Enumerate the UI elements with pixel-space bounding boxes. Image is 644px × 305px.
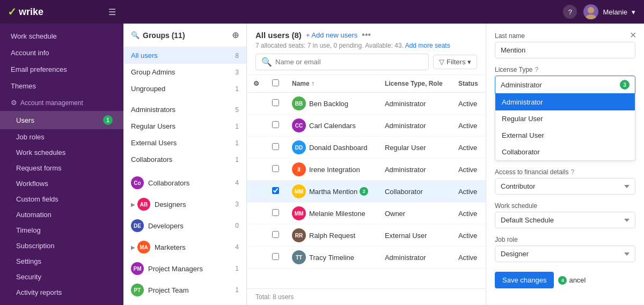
table-row[interactable]: CC Carl Calendars Administrator Active: [247, 115, 486, 137]
group-reviewers[interactable]: Re Reviewers 1: [123, 301, 246, 305]
sidebar-item-activity-reports[interactable]: Activity reports: [0, 285, 123, 300]
close-icon[interactable]: ✕: [630, 30, 636, 40]
user-menu[interactable]: Melanie ▾: [583, 4, 635, 19]
group-external-users[interactable]: External Users 1: [123, 135, 246, 151]
add-group-icon[interactable]: ⊕: [232, 30, 239, 40]
hamburger-icon[interactable]: ☰: [108, 7, 116, 17]
group-count: 1: [235, 123, 239, 130]
group-developers[interactable]: DE Developers 0: [123, 215, 246, 236]
sidebar-item-work-schedule[interactable]: Work schedule: [0, 28, 123, 44]
group-marketers[interactable]: ▶ MA Marketers 4: [123, 236, 246, 258]
group-project-team[interactable]: PT Project Team 1: [123, 279, 246, 301]
group-label: Project Managers: [148, 265, 203, 273]
table-row[interactable]: BB Ben Backlog Administrator Active: [247, 93, 486, 115]
license-option-administrator[interactable]: Administrator: [495, 94, 635, 110]
license-option-collaborator[interactable]: Collaborator: [495, 144, 635, 160]
more-options-icon[interactable]: •••: [362, 30, 371, 40]
sidebar-item-timelog[interactable]: Timelog: [0, 222, 123, 238]
group-avatar: MA: [137, 241, 150, 254]
filters-button[interactable]: ▽ Filters ▾: [433, 55, 477, 69]
row-check[interactable]: [266, 159, 286, 181]
row-checkbox[interactable]: [272, 231, 279, 238]
user-name-text: Irene Integration: [309, 166, 360, 174]
sidebar-item-subscription[interactable]: Subscription: [0, 238, 123, 254]
topbar: ? Melanie ▾: [123, 0, 644, 24]
select-all-checkbox[interactable]: [272, 79, 279, 86]
row-license: Regular User: [378, 137, 452, 159]
cancel-button[interactable]: 4 ancel: [558, 276, 586, 285]
help-button[interactable]: ?: [563, 5, 577, 19]
row-settings: [247, 115, 266, 137]
sidebar-item-job-roles[interactable]: Job roles: [0, 129, 123, 145]
sidebar-item-custom-fields[interactable]: Custom fields: [0, 191, 123, 207]
add-users-button[interactable]: + Add new users: [306, 31, 357, 39]
group-all-users[interactable]: All users 8: [123, 47, 246, 64]
sidebar-item-themes[interactable]: Themes: [0, 78, 123, 94]
row-checkbox[interactable]: [272, 143, 279, 150]
group-collaborators[interactable]: Co Collaborators 4: [123, 172, 246, 194]
user-name-text: Donald Dashboard: [309, 144, 367, 152]
sidebar-item-users[interactable]: Users 1: [0, 111, 123, 129]
row-name: II Irene Integration: [286, 159, 378, 181]
row-check[interactable]: [266, 247, 286, 269]
sidebar-item-request-forms[interactable]: Request forms: [0, 160, 123, 176]
group-designers[interactable]: ▶ AB Designers 3: [123, 194, 246, 215]
license-option-external-user[interactable]: External User: [495, 127, 635, 144]
group-ungrouped[interactable]: Ungrouped 1: [123, 80, 246, 97]
row-check[interactable]: [266, 137, 286, 159]
group-count: 1: [235, 286, 239, 294]
add-seats-link[interactable]: Add more seats: [405, 42, 450, 49]
group-group-admins[interactable]: Group Admins 3: [123, 64, 246, 80]
table-row[interactable]: RR Ralph Request External User Active: [247, 225, 486, 247]
job-role-select[interactable]: Designer: [495, 246, 635, 262]
row-checkbox[interactable]: [272, 121, 279, 128]
sidebar-item-access-reports[interactable]: Access reports: [0, 300, 123, 305]
sidebar-item-security[interactable]: Security: [0, 269, 123, 285]
group-avatar: AB: [137, 198, 150, 211]
edit-panel: ✕ Last name License Type ? Administrator…: [486, 24, 644, 305]
sidebar-item-work-schedules[interactable]: Work schedules: [0, 145, 123, 160]
group-regular-users[interactable]: Regular Users 1: [123, 118, 246, 135]
license-option-regular-user[interactable]: Regular User: [495, 110, 635, 127]
row-checkbox[interactable]: [272, 187, 279, 194]
row-check[interactable]: [266, 115, 286, 137]
sidebar-item-workflows[interactable]: Workflows: [0, 176, 123, 191]
table-row[interactable]: DD Donald Dashboard Regular User Active: [247, 137, 486, 159]
save-button[interactable]: Save changes: [495, 272, 554, 288]
group-collaborators-sub[interactable]: Collaborators 1: [123, 151, 246, 168]
row-checkbox[interactable]: [272, 209, 279, 216]
sidebar-item-automation[interactable]: Automation: [0, 207, 123, 222]
row-check[interactable]: [266, 93, 286, 115]
license-dropdown-trigger[interactable]: Administrator 3: [495, 76, 635, 94]
user-avatar: TT: [292, 250, 306, 264]
row-checkbox[interactable]: [272, 99, 279, 106]
row-settings: [247, 225, 266, 247]
license-value: Administrator: [501, 81, 542, 89]
license-options: Administrator Regular User External User…: [495, 94, 635, 161]
group-administrators[interactable]: Administrators 5: [123, 101, 246, 118]
group-count: 8: [235, 52, 239, 59]
wrike-logo: ✓ wrike: [8, 5, 43, 18]
table-row[interactable]: MM Martha Mention 2 Collaborator Active: [247, 181, 486, 203]
sidebar-item-account-info[interactable]: Account info: [0, 44, 123, 61]
financial-select[interactable]: Contributor: [495, 178, 635, 195]
user-name-text: Melanie Milestone: [309, 210, 365, 218]
row-check[interactable]: [266, 203, 286, 225]
row-check[interactable]: [266, 181, 286, 203]
last-name-input[interactable]: [495, 42, 635, 58]
group-avatar: PT: [131, 284, 144, 296]
group-project-managers[interactable]: PM Project Managers 1: [123, 258, 246, 279]
row-checkbox[interactable]: [272, 253, 279, 260]
work-schedule-select[interactable]: Default Schedule: [495, 212, 635, 228]
sidebar-item-email-preferences[interactable]: Email preferences: [0, 61, 123, 78]
row-checkbox[interactable]: [272, 165, 279, 172]
sidebar-item-settings[interactable]: Settings: [0, 254, 123, 269]
table-row[interactable]: II Irene Integration Administrator Activ…: [247, 159, 486, 181]
user-name-text: Ralph Request: [309, 232, 355, 240]
table-row[interactable]: MM Melanie Milestone Owner Active: [247, 203, 486, 225]
search-input[interactable]: [275, 58, 423, 66]
row-check[interactable]: [266, 225, 286, 247]
table-row[interactable]: TT Tracy Timeline Administrator Active: [247, 247, 486, 269]
sidebar: ✓ wrike ☰ Work schedule Account info Ema…: [0, 0, 123, 305]
search-icon: 🔍: [131, 31, 140, 39]
